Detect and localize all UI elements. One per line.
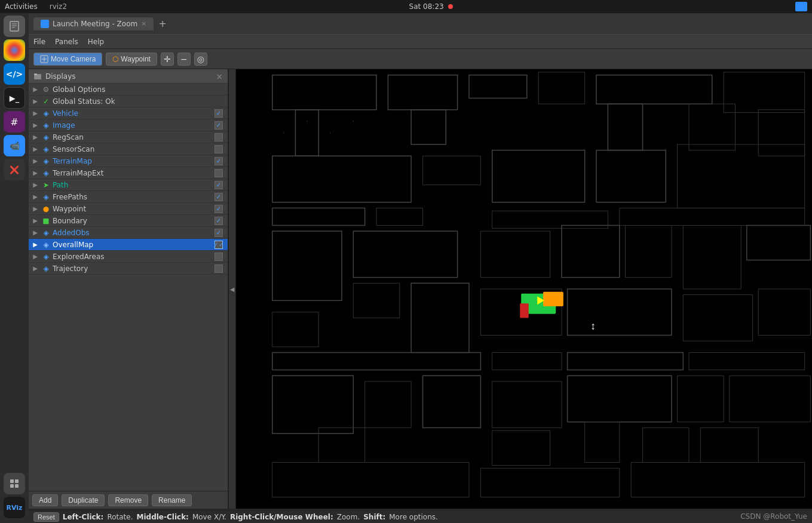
- toolbar-icon-crosshair[interactable]: ✛: [161, 53, 174, 66]
- display-item-overallmap[interactable]: ▶ ◈ OverallMap ✓: [29, 239, 228, 251]
- move-camera-icon: [40, 55, 48, 63]
- waypoint-button[interactable]: ⬡ Waypoint: [106, 53, 157, 66]
- checkbox-terrainmapext[interactable]: [215, 169, 223, 177]
- map-visualization: ↕: [236, 69, 812, 509]
- reset-button[interactable]: Reset: [33, 512, 59, 522]
- move-camera-button[interactable]: Move Camera: [33, 53, 102, 66]
- svg-point-68: [307, 121, 308, 122]
- add-display-button[interactable]: Add: [32, 494, 58, 506]
- expand-arrow-path: ▶: [31, 181, 39, 189]
- status-middle-click-label: Middle-Click:: [137, 513, 189, 521]
- checkbox-waypoint[interactable]: [215, 205, 223, 213]
- status-left-click-action: Rotate.: [107, 513, 133, 521]
- rename-display-button[interactable]: Rename: [152, 494, 192, 506]
- expand-arrow-addedobs: ▶: [31, 229, 39, 237]
- menu-help[interactable]: Help: [88, 38, 104, 46]
- dock-icon-rviz[interactable]: ❌: [4, 159, 25, 180]
- display-item-vehicle[interactable]: ▶ ◈ Vehicle: [29, 107, 228, 119]
- svg-rect-12: [34, 73, 37, 75]
- dock-bottom: RViz: [4, 473, 25, 518]
- duplicate-display-button[interactable]: Duplicate: [62, 494, 105, 506]
- dock-icon-slack[interactable]: #: [4, 111, 25, 133]
- display-item-regscan[interactable]: ▶ ◈ RegScan: [29, 131, 228, 143]
- icon-regscan: ◈: [41, 133, 51, 142]
- display-item-freepaths[interactable]: ▶ ◈ FreePaths: [29, 191, 228, 203]
- svg-rect-73: [520, 303, 529, 318]
- label-terrainmap: TerrainMap: [53, 157, 215, 165]
- display-item-terrainmap[interactable]: ▶ ◈ TerrainMap: [29, 155, 228, 167]
- display-item-sensorscan[interactable]: ▶ ◈ SensorScan: [29, 143, 228, 155]
- browser-tab-zoom[interactable]: Launch Meeting - Zoom ×: [33, 17, 154, 30]
- expand-arrow-trajectory: ▶: [31, 264, 39, 273]
- display-item-addedobs[interactable]: ▶ ◈ AddedObs: [29, 227, 228, 239]
- icon-terrainmapext: ◈: [41, 168, 51, 178]
- checkbox-sensorscan[interactable]: [215, 145, 223, 153]
- label-vehicle: Vehicle: [53, 109, 215, 118]
- dock-icon-chrome[interactable]: [4, 39, 25, 61]
- remove-display-button[interactable]: Remove: [108, 494, 148, 506]
- svg-rect-6: [10, 484, 14, 488]
- label-exploredareas: ExploredAreas: [53, 253, 215, 261]
- expand-arrow-terrainmapext: ▶: [31, 169, 39, 177]
- browser-tabbar: Launch Meeting - Zoom × +: [29, 13, 812, 35]
- expand-arrow-global-options: ▶: [31, 85, 39, 94]
- toolbar-icon-minus[interactable]: −: [177, 53, 191, 66]
- label-addedobs: AddedObs: [53, 229, 215, 237]
- checkbox-regscan[interactable]: [215, 133, 223, 141]
- svg-rect-7: [15, 484, 19, 488]
- checkbox-vehicle[interactable]: [215, 109, 223, 118]
- checkbox-boundary[interactable]: [215, 217, 223, 225]
- main-viewport[interactable]: ↕: [236, 69, 812, 509]
- dock-icon-apps[interactable]: [4, 473, 25, 494]
- display-item-global-status[interactable]: ▶ ✓ Global Status: Ok: [29, 96, 228, 107]
- status-right-click-label: Right-Click/Mouse Wheel:: [230, 513, 333, 521]
- dock-icon-files[interactable]: [4, 16, 25, 37]
- display-item-trajectory[interactable]: ▶ ◈ Trajectory: [29, 263, 228, 275]
- dock-icon-terminal[interactable]: ▶_: [4, 87, 25, 109]
- os-topbar: Activities rviz2 Sat 08:23: [0, 0, 812, 13]
- displays-list: ▶ ⚙ Global Options ▶ ✓ Global Status: Ok…: [29, 84, 228, 491]
- label-regscan: RegScan: [53, 133, 215, 141]
- display-item-terrainmapext[interactable]: ▶ ◈ TerrainMapExt: [29, 167, 228, 179]
- checkbox-image[interactable]: [215, 121, 223, 130]
- checkbox-trajectory[interactable]: [215, 264, 223, 273]
- icon-boundary: ■: [41, 216, 51, 226]
- display-item-global-options[interactable]: ▶ ⚙ Global Options: [29, 84, 228, 96]
- displays-close-button[interactable]: ×: [216, 72, 223, 81]
- icon-freepaths: ◈: [41, 192, 51, 202]
- icon-sensorscan: ◈: [41, 144, 51, 154]
- dock-icon-zoom[interactable]: 📹: [4, 135, 25, 156]
- toolbar-icon-target[interactable]: ◎: [194, 53, 207, 66]
- panel-collapse-handle[interactable]: ◀: [229, 69, 236, 509]
- display-item-path[interactable]: ▶ ➤ Path: [29, 179, 228, 191]
- svg-rect-5: [15, 479, 19, 483]
- checkbox-freepaths[interactable]: [215, 193, 223, 201]
- label-global-options: Global Options: [53, 85, 225, 94]
- display-item-waypoint[interactable]: ▶ ● Waypoint: [29, 203, 228, 215]
- tab-close-button[interactable]: ×: [141, 20, 146, 27]
- display-item-exploredareas[interactable]: ▶ ◈ ExploredAreas: [29, 251, 228, 263]
- svg-rect-72: [543, 292, 563, 306]
- displays-panel-footer: Add Duplicate Remove Rename: [29, 491, 228, 509]
- os-bar-left: Activities rviz2: [5, 2, 67, 11]
- display-item-boundary[interactable]: ▶ ■ Boundary: [29, 215, 228, 227]
- label-trajectory: Trajectory: [53, 264, 215, 273]
- icon-exploredareas: ◈: [41, 252, 51, 262]
- checkbox-exploredareas[interactable]: [215, 253, 223, 261]
- icon-vehicle: ◈: [41, 109, 51, 118]
- displays-panel: Displays × ▶ ⚙ Global Options ▶ ✓ Global…: [29, 69, 229, 509]
- menu-panels[interactable]: Panels: [55, 38, 78, 46]
- display-item-image[interactable]: ▶ ◈ Image: [29, 119, 228, 131]
- new-tab-button[interactable]: +: [158, 18, 166, 29]
- activities-label[interactable]: Activities: [5, 2, 38, 11]
- checkbox-addedobs[interactable]: [215, 229, 223, 237]
- status-bar: Reset Left-Click: Rotate. Middle-Click: …: [29, 510, 812, 523]
- status-shift-action: More options.: [389, 513, 438, 521]
- checkbox-terrainmap[interactable]: [215, 157, 223, 165]
- checkbox-overallmap[interactable]: ✓: [215, 241, 223, 249]
- status-left-click-label: Left-Click:: [63, 513, 104, 521]
- menu-file[interactable]: File: [33, 38, 45, 46]
- checkbox-path[interactable]: [215, 181, 223, 189]
- zoom-indicator: [795, 2, 807, 11]
- dock-icon-vscode[interactable]: </>: [4, 63, 25, 85]
